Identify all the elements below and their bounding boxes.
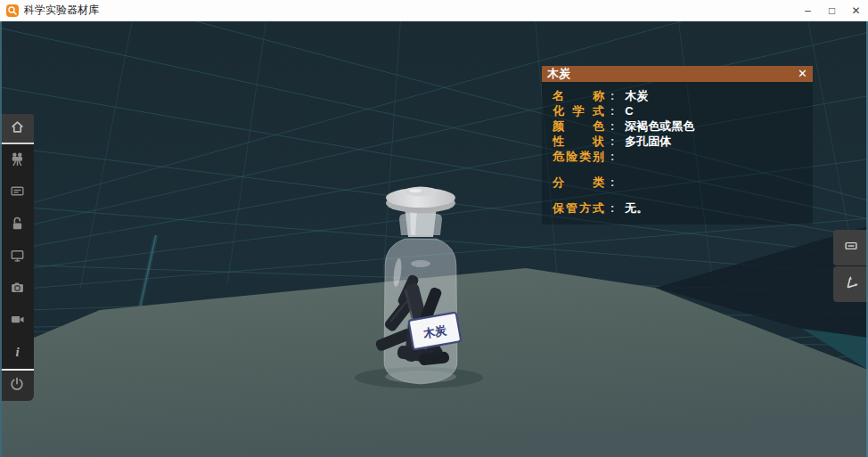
app-logo-magnifier-icon: [6, 4, 19, 17]
unlock-icon: [10, 216, 25, 234]
sidebar-button-info[interactable]: i: [0, 337, 34, 369]
sidebar-button-group: i: [0, 144, 34, 369]
film-camera-icon: [10, 151, 25, 170]
info-icon: i: [10, 344, 25, 363]
photo-camera-icon: [10, 280, 25, 298]
axes-icon: [842, 273, 860, 295]
info-panel-header: 木炭 ✕: [542, 66, 813, 82]
sidebar: i: [0, 114, 34, 401]
titlebar: 科学实验器材库 – □ ✕: [0, 0, 868, 21]
info-row-storage: 保管方式:无。: [553, 200, 813, 216]
sidebar-button-monitor[interactable]: [0, 241, 34, 273]
app-window: 科学实验器材库 – □ ✕: [0, 0, 868, 457]
info-panel-title: 木炭: [547, 66, 570, 82]
sidebar-button-unlock[interactable]: [0, 208, 34, 241]
info-row-name: 名称:木炭: [553, 88, 813, 103]
toolbar-button-axes[interactable]: [833, 266, 868, 302]
info-row-color: 颜色:深褐色或黑色: [553, 118, 813, 134]
info-row-category: 分类:: [553, 175, 813, 190]
window-title: 科学实验器材库: [24, 3, 99, 18]
svg-text:i: i: [15, 344, 20, 358]
window-edge-left: [0, 21, 2, 457]
sidebar-button-photo-camera[interactable]: [0, 273, 34, 305]
maximize-button[interactable]: □: [820, 0, 844, 21]
sidebar-button-power[interactable]: [0, 369, 34, 401]
info-row-formula: 化学式:C: [553, 103, 813, 118]
sidebar-button-card[interactable]: [0, 176, 34, 208]
info-panel-body: 名称:木炭 化学式:C 颜色:深褐色或黑色 性状:多孔固体 危险类别: 分类:: [542, 82, 813, 224]
minimize-button[interactable]: –: [796, 0, 820, 21]
info-panel: 木炭 ✕ 名称:木炭 化学式:C 颜色:深褐色或黑色 性状:多孔固体 危险类别:: [542, 66, 813, 224]
close-button[interactable]: ✕: [844, 0, 868, 21]
sidebar-button-film-camera[interactable]: [0, 144, 34, 176]
right-toolbar: [833, 230, 868, 302]
sidebar-button-home[interactable]: [0, 114, 34, 144]
info-panel-close-icon[interactable]: ✕: [798, 66, 807, 82]
scene-viewport[interactable]: 木炭: [0, 21, 868, 457]
sidebar-button-video-camera[interactable]: [0, 305, 34, 337]
charcoal-bottle[interactable]: 木炭: [367, 180, 474, 394]
card-icon: [10, 184, 25, 202]
nameplate-icon: [843, 238, 859, 257]
info-row-state: 性状:多孔固体: [553, 134, 813, 149]
video-camera-icon: [10, 312, 25, 331]
home-icon: [10, 119, 25, 138]
power-icon: [9, 376, 25, 396]
toolbar-button-nameplate[interactable]: [833, 230, 868, 265]
info-row-hazard: 危险类别:: [553, 149, 813, 164]
monitor-icon: [10, 248, 25, 266]
